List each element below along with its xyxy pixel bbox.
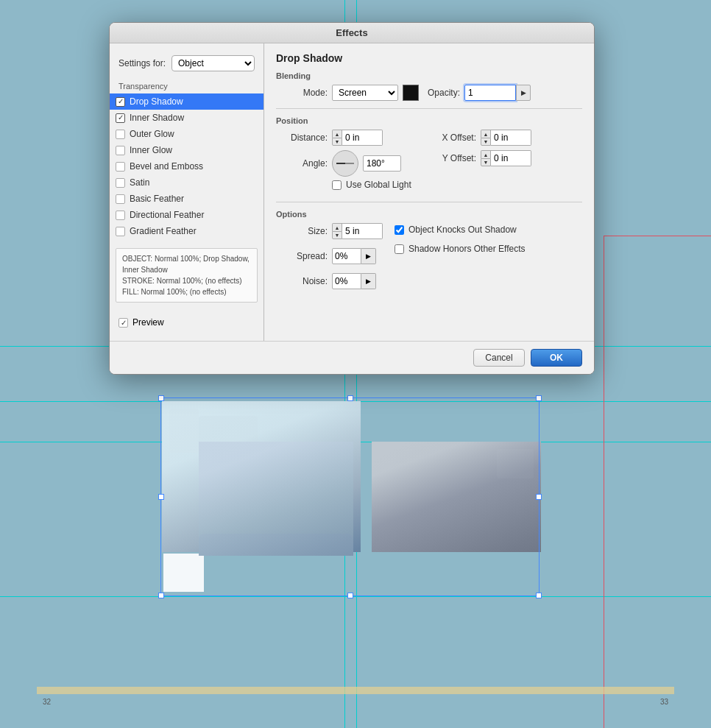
gradient-feather-checkbox[interactable] <box>116 227 125 236</box>
size-row: Size: ▲ ▼ 5 in <box>276 223 383 239</box>
bevel-emboss-label: Bevel and Emboss <box>130 161 203 172</box>
position-left-col: Distance: ▲ ▼ 0 in Angle: <box>276 130 426 194</box>
effect-drop-shadow[interactable]: Drop Shadow <box>110 93 263 110</box>
inner-glow-label: Inner Glow <box>130 145 172 155</box>
noise-arrow[interactable]: ▶ <box>361 273 376 289</box>
spread-input[interactable] <box>332 248 361 264</box>
distance-label: Distance: <box>276 132 328 143</box>
bevel-emboss-checkbox[interactable] <box>116 162 125 172</box>
spread-pct: ▶ <box>332 248 376 264</box>
effect-inner-glow[interactable]: Inner Glow <box>110 142 263 158</box>
outer-glow-checkbox[interactable] <box>116 130 125 139</box>
preview-checkbox[interactable] <box>118 318 128 328</box>
inner-shadow-checkbox[interactable] <box>116 113 125 123</box>
cancel-button[interactable]: Cancel <box>473 349 525 367</box>
noise-input[interactable] <box>332 273 361 289</box>
angle-dial[interactable] <box>332 150 358 177</box>
color-swatch[interactable] <box>403 85 419 101</box>
global-light-label: Use Global Light <box>346 180 411 190</box>
dialog-overlay: Effects Settings for: Object Graphic Tex… <box>0 0 711 728</box>
basic-feather-checkbox[interactable] <box>116 194 125 204</box>
effect-directional-feather[interactable]: Directional Feather <box>110 207 263 223</box>
size-label: Size: <box>276 226 328 236</box>
ok-button[interactable]: OK <box>531 349 582 367</box>
object-knocks-checkbox[interactable] <box>395 225 404 235</box>
effect-inner-shadow[interactable]: Inner Shadow <box>110 110 263 126</box>
options-right: Object Knocks Out Shadow Shadow Honors O… <box>395 223 526 258</box>
spread-label: Spread: <box>276 251 328 261</box>
x-offset-spin: ▲ ▼ 0 in <box>481 130 531 146</box>
angle-input[interactable] <box>363 155 401 172</box>
size-up[interactable]: ▲ <box>332 223 342 231</box>
global-light-checkbox[interactable] <box>332 180 342 190</box>
effect-bevel-emboss[interactable]: Bevel and Emboss <box>110 158 263 174</box>
distance-value: 0 in <box>342 130 383 146</box>
opacity-input[interactable] <box>464 85 516 101</box>
settings-for-label: Settings for: <box>118 58 166 68</box>
divider-2 <box>276 202 582 202</box>
effect-satin[interactable]: Satin <box>110 174 263 191</box>
size-value: 5 in <box>342 223 383 239</box>
dialog-titlebar: Effects <box>110 23 594 43</box>
inner-shadow-label: Inner Shadow <box>130 113 184 123</box>
mode-select[interactable]: Screen Normal Multiply <box>332 85 398 101</box>
distance-down[interactable]: ▼ <box>332 138 342 146</box>
y-offset-spin: ▲ ▼ 0 in <box>481 150 531 166</box>
effects-dialog: Effects Settings for: Object Graphic Tex… <box>109 22 595 375</box>
satin-checkbox[interactable] <box>116 178 125 188</box>
distance-arrows: ▲ ▼ <box>332 130 342 146</box>
distance-row: Distance: ▲ ▼ 0 in <box>276 130 426 146</box>
effect-basic-feather[interactable]: Basic Feather <box>110 191 263 207</box>
size-down[interactable]: ▼ <box>332 231 342 239</box>
shadow-honors-label: Shadow Honors Other Effects <box>408 244 526 254</box>
summary-stroke: STROKE: Normal 100%; (no effects) <box>122 275 251 286</box>
options-left: Size: ▲ ▼ 5 in Spread: <box>276 223 383 294</box>
spread-arrow[interactable]: ▶ <box>361 248 376 264</box>
right-panel: Drop Shadow Blending Mode: Screen Normal… <box>264 43 594 341</box>
angle-label: Angle: <box>276 158 328 169</box>
mode-row: Mode: Screen Normal Multiply Opacity: ▶ <box>276 85 582 101</box>
options-row: Size: ▲ ▼ 5 in Spread: <box>276 223 582 294</box>
shadow-honors-checkbox[interactable] <box>395 244 404 254</box>
directional-feather-label: Directional Feather <box>130 210 204 220</box>
summary-object: OBJECT: Normal 100%; Drop Shadow, Inner … <box>122 253 251 275</box>
inner-glow-checkbox[interactable] <box>116 146 125 155</box>
noise-row: Noise: ▶ <box>276 273 383 289</box>
y-offset-down[interactable]: ▼ <box>481 158 491 166</box>
opacity-arrow[interactable]: ▶ <box>516 85 531 101</box>
x-offset-arrows: ▲ ▼ <box>481 130 491 146</box>
position-grid: Distance: ▲ ▼ 0 in Angle: <box>276 130 582 194</box>
effect-outer-glow[interactable]: Outer Glow <box>110 126 263 142</box>
x-offset-up[interactable]: ▲ <box>481 130 491 138</box>
distance-up[interactable]: ▲ <box>332 130 342 138</box>
spread-row: Spread: ▶ <box>276 248 383 264</box>
size-arrows: ▲ ▼ <box>332 223 342 239</box>
dialog-title: Effects <box>336 27 367 38</box>
noise-pct: ▶ <box>332 273 376 289</box>
mode-label: Mode: <box>276 88 328 98</box>
preview-label: Preview <box>132 317 164 328</box>
drop-shadow-checkbox[interactable] <box>116 97 125 107</box>
basic-feather-label: Basic Feather <box>130 194 184 204</box>
y-offset-up[interactable]: ▲ <box>481 150 491 158</box>
effect-gradient-feather[interactable]: Gradient Feather <box>110 223 263 239</box>
noise-label: Noise: <box>276 276 328 286</box>
directional-feather-checkbox[interactable] <box>116 211 125 220</box>
x-offset-down[interactable]: ▼ <box>481 138 491 146</box>
blending-label: Blending <box>276 71 582 80</box>
y-offset-label: Y Offset: <box>432 153 476 163</box>
distance-spin: ▲ ▼ 0 in <box>332 130 383 146</box>
satin-label: Satin <box>130 177 149 188</box>
y-offset-arrows: ▲ ▼ <box>481 150 491 166</box>
x-offset-label: X Offset: <box>432 132 476 143</box>
effects-summary: OBJECT: Normal 100%; Drop Shadow, Inner … <box>116 248 258 303</box>
position-right-col: X Offset: ▲ ▼ 0 in Y Offset: <box>432 130 582 194</box>
outer-glow-label: Outer Glow <box>130 129 174 139</box>
opacity-label: Opacity: <box>423 88 460 98</box>
settings-for-select[interactable]: Object Graphic Text <box>171 55 255 71</box>
divider-1 <box>276 108 582 109</box>
object-knocks-row: Object Knocks Out Shadow <box>395 225 526 235</box>
dialog-footer: Cancel OK <box>110 341 594 374</box>
size-spin: ▲ ▼ 5 in <box>332 223 383 239</box>
global-light-row: Use Global Light <box>276 180 426 190</box>
